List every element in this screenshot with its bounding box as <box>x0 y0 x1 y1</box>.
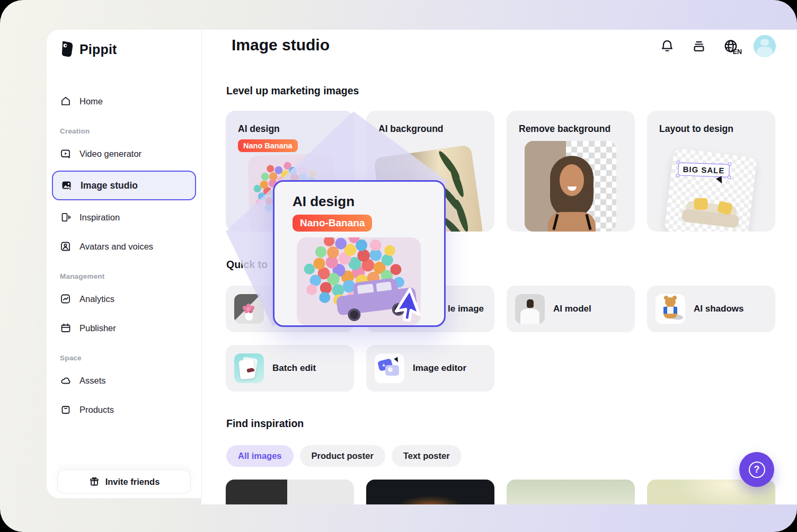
sidebar-item-label: Image studio <box>81 180 138 191</box>
popup-title: AI design <box>293 193 355 210</box>
quick-card-label: AI model <box>553 304 591 314</box>
sidebar-item-avatars-and-voices[interactable]: Avatars and voices <box>52 234 196 259</box>
ai-shadows-thumbnail <box>656 294 685 324</box>
card-title: AI design <box>238 123 280 135</box>
card-title: AI background <box>378 123 444 135</box>
sidebar-item-label: Assets <box>79 376 106 386</box>
quick-card-label: AI shadows <box>694 304 743 314</box>
sidebar-item-products[interactable]: Products <box>52 397 196 422</box>
inspiration-image[interactable] <box>226 480 354 504</box>
home-icon <box>60 95 72 107</box>
sidebar-item-image-studio[interactable]: Image studio <box>52 171 196 200</box>
page-title: Image studio <box>232 36 330 54</box>
sidebar-item-analytics[interactable]: Analytics <box>52 287 196 311</box>
popup-image <box>297 237 421 325</box>
analytics-icon <box>60 293 72 305</box>
avatar-silhouette <box>760 39 769 46</box>
inspiration-image[interactable] <box>507 480 635 504</box>
sidebar-item-video-generator[interactable]: Video generator <box>52 141 196 166</box>
invite-friends-button[interactable]: Invite friends <box>57 469 191 494</box>
invite-friends-label: Invite friends <box>105 477 160 487</box>
notifications-button[interactable] <box>658 37 676 55</box>
video-generator-icon <box>60 148 72 159</box>
sidebar-item-label: Inspiration <box>79 212 120 223</box>
products-icon <box>60 404 72 415</box>
ai-design-popup[interactable]: AI design Nano-Banana <box>273 180 446 327</box>
image-editor-thumbnail: + <box>375 353 404 383</box>
stack-icon <box>692 39 706 54</box>
sidebar-nav: Home Creation Video generator Image stud… <box>47 74 201 427</box>
card-title: Remove background <box>519 123 610 135</box>
mini-cursor-icon <box>716 176 725 185</box>
question-mark-icon: ? <box>749 462 765 478</box>
quick-card-label: Batch edit <box>272 363 316 374</box>
quick-card-image-editor[interactable]: + Image editor <box>366 345 494 392</box>
layout-to-design-thumbnail: BIG SALE <box>664 148 757 232</box>
sidebar-item-label: Avatars and voices <box>79 242 153 252</box>
section-heading-level-up: Level up marketing images <box>226 85 359 97</box>
section-heading-find-inspiration: Find inspiration <box>226 418 304 430</box>
inspiration-icon <box>60 211 72 223</box>
quick-card-label: le image <box>448 304 484 314</box>
publisher-icon <box>60 322 72 334</box>
avatars-icon <box>60 241 72 252</box>
nano-banana-badge: Nano Banana <box>238 139 298 152</box>
app-logo[interactable]: Pippit <box>59 40 201 58</box>
batch-edit-thumbnail <box>234 353 264 383</box>
sidebar-item-label: Home <box>79 96 103 107</box>
inspiration-tabs: All images Product poster Text poster <box>226 445 462 467</box>
big-sale-sticker: BIG SALE <box>678 162 730 177</box>
sidebar-item-label: Products <box>79 405 114 415</box>
sidebar-section-space: Space <box>60 354 196 362</box>
quick-card-label: Image editor <box>413 363 466 374</box>
remove-background-thumbnail <box>525 141 616 232</box>
popup-nano-banana-badge: Nano-Banana <box>293 215 372 232</box>
tab-text-poster[interactable]: Text poster <box>392 445 462 467</box>
sidebar-item-label: Analytics <box>79 294 114 304</box>
tab-all-images[interactable]: All images <box>226 445 294 467</box>
gift-icon <box>88 476 100 487</box>
quick-tools-row-2: Batch edit + Image editor <box>226 345 494 392</box>
image-studio-icon <box>61 180 73 191</box>
inspiration-image[interactable] <box>366 480 494 504</box>
language-button[interactable]: EN <box>722 37 740 55</box>
card-title: Layout to design <box>659 123 733 135</box>
sidebar-item-publisher[interactable]: Publisher <box>52 316 196 340</box>
header-actions: EN <box>658 35 776 57</box>
sidebar-item-label: Video generator <box>79 149 141 159</box>
app-name: Pippit <box>79 42 117 57</box>
assets-icon <box>60 375 72 386</box>
sidebar: Pippit Home Creation Video generator <box>47 30 202 498</box>
help-button[interactable]: ? <box>739 452 774 487</box>
card-remove-background[interactable]: Remove background <box>507 111 635 232</box>
language-badge: EN <box>733 48 742 56</box>
sidebar-item-label: Publisher <box>79 323 116 333</box>
avatar[interactable] <box>754 35 776 57</box>
bell-icon <box>660 39 675 54</box>
quick-card-batch-edit[interactable]: Batch edit <box>226 345 354 392</box>
sidebar-item-inspiration[interactable]: Inspiration <box>52 205 196 229</box>
quick-card-ai-shadows[interactable]: AI shadows <box>647 286 775 332</box>
app-window: Pippit Home Creation Video generator <box>0 0 797 532</box>
tab-product-poster[interactable]: Product poster <box>300 445 385 467</box>
sidebar-item-home[interactable]: Home <box>52 89 196 113</box>
section-heading-quick-tools: Quick to <box>226 259 268 271</box>
inspiration-grid <box>226 480 775 504</box>
sidebar-section-management: Management <box>60 272 196 280</box>
sidebar-section-creation: Creation <box>60 127 196 135</box>
ai-model-thumbnail <box>515 294 545 324</box>
quick-card-ai-model[interactable]: AI model <box>507 286 635 332</box>
sidebar-item-assets[interactable]: Assets <box>52 368 196 393</box>
pippit-logo-icon <box>59 40 74 58</box>
stack-button[interactable] <box>690 37 708 55</box>
roses-thumbnail <box>234 294 264 324</box>
card-layout-to-design[interactable]: Layout to design BIG SALE <box>647 111 775 232</box>
